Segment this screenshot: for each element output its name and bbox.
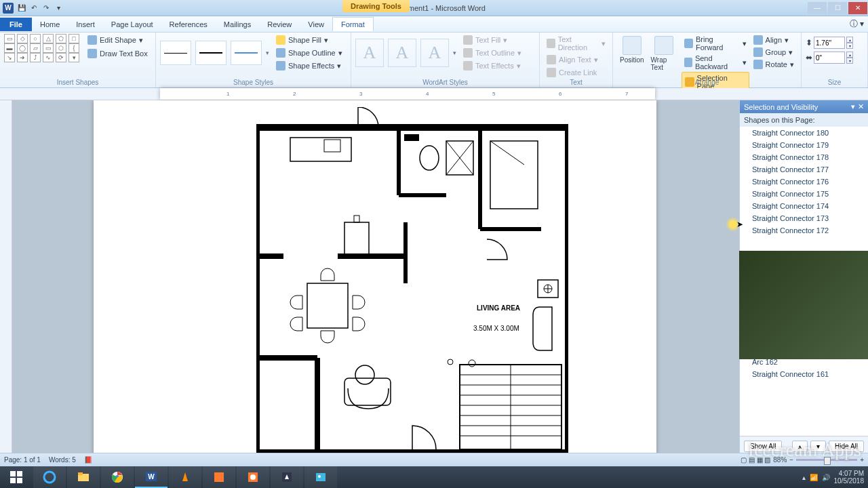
send-backward-button[interactable]: Send Backward ▾: [682, 53, 749, 72]
group-size: ⬍ ▴▾ ⬌ ▴▾ Size: [802, 33, 868, 87]
tray-wifi-icon[interactable]: 📶: [810, 474, 818, 481]
group-wordart-styles: A A A ▾ Text Fill ▾ Text Outline ▾ Text …: [351, 33, 540, 87]
shape-outline-button[interactable]: Shape Outline ▾: [273, 47, 345, 59]
taskbar-chrome[interactable]: [101, 466, 134, 488]
tab-review[interactable]: Review: [259, 18, 300, 31]
shape-effects-button[interactable]: Shape Effects ▾: [273, 60, 345, 72]
start-button[interactable]: [0, 466, 33, 488]
tray-up-icon[interactable]: ▴: [802, 474, 806, 481]
zoom-level[interactable]: 88%: [773, 456, 787, 464]
horizontal-ruler[interactable]: 1 2 3 4 5 6 7: [0, 88, 868, 100]
create-link-button[interactable]: Create Link: [544, 66, 608, 79]
tab-page-layout[interactable]: Page Layout: [103, 18, 161, 31]
edit-shape-button[interactable]: Edit Shape ▾: [85, 34, 151, 46]
list-item[interactable]: Straight Connector 178: [740, 151, 868, 163]
zoom-out-button[interactable]: −: [789, 456, 793, 464]
height-spinner[interactable]: ▴▾: [846, 37, 853, 49]
style-swatch-3[interactable]: [231, 41, 262, 65]
shape-fill-button[interactable]: Shape Fill ▾: [273, 34, 345, 46]
wordart-more-icon[interactable]: ▾: [453, 49, 456, 56]
shape-height-input[interactable]: [814, 37, 845, 49]
pane-close-icon[interactable]: ✕: [858, 102, 864, 111]
text-direction-button[interactable]: Text Direction ▾: [544, 34, 608, 53]
list-item[interactable]: Straight Connector 179: [740, 139, 868, 151]
taskbar-word[interactable]: W: [135, 466, 167, 488]
vertical-ruler[interactable]: [0, 100, 12, 466]
align-text-icon: [547, 55, 556, 64]
shapes-gallery[interactable]: ▭◇○△⬠□ ▬◯▱▭⬡{ ↘➜⤴∿⟳▾: [4, 34, 79, 62]
align-text-button[interactable]: Align Text ▾: [544, 54, 608, 66]
list-item[interactable]: Straight Connector 172: [740, 224, 868, 237]
show-all-button[interactable]: Show All: [744, 441, 782, 452]
save-icon[interactable]: 💾: [16, 3, 27, 14]
bring-forward-button[interactable]: Bring Forward ▾: [682, 34, 749, 53]
text-effects-button[interactable]: Text Effects ▾: [460, 60, 524, 72]
tray-volume-icon[interactable]: 🔊: [822, 474, 830, 481]
zoom-slider[interactable]: [796, 459, 857, 461]
pane-dropdown-icon[interactable]: ▾: [851, 102, 855, 111]
redo-icon[interactable]: ↷: [41, 3, 52, 14]
reorder-down-button[interactable]: ▾: [810, 441, 826, 452]
tab-home[interactable]: Home: [32, 18, 68, 31]
svg-rect-18: [354, 216, 359, 222]
document-area[interactable]: LIVING AREA 3.50M X 3.00M: [12, 100, 739, 466]
list-item[interactable]: Straight Connector 161: [740, 368, 868, 380]
close-button[interactable]: ✕: [848, 2, 867, 14]
file-tab[interactable]: File: [0, 18, 32, 31]
rotate-button[interactable]: Rotate ▾: [751, 58, 797, 70]
height-icon: ⬍: [806, 38, 812, 47]
language-icon[interactable]: 📕: [84, 456, 92, 464]
list-item[interactable]: Straight Connector 176: [740, 176, 868, 188]
zoom-in-button[interactable]: +: [860, 456, 864, 464]
qat-more-icon[interactable]: ▾: [53, 3, 64, 14]
wordart-swatch-1[interactable]: A: [355, 39, 384, 67]
text-fill-button[interactable]: Text Fill ▾: [460, 34, 524, 46]
maximize-button[interactable]: ☐: [828, 2, 847, 14]
taskbar-app-orange2[interactable]: [237, 466, 269, 488]
taskbar-photos[interactable]: [304, 466, 337, 488]
taskbar-ie[interactable]: [33, 466, 66, 488]
tab-references[interactable]: References: [161, 18, 216, 31]
svg-rect-51: [214, 472, 224, 482]
word-count[interactable]: Words: 5: [49, 456, 76, 464]
group-button[interactable]: Group ▾: [751, 46, 797, 58]
room-dim: 3.50M X 3.00M: [473, 325, 519, 332]
page[interactable]: LIVING AREA 3.50M X 3.00M: [94, 100, 656, 466]
cursor-icon: ➤: [736, 220, 743, 229]
hide-all-button[interactable]: Hide All: [829, 441, 864, 452]
shape-width-input[interactable]: [814, 52, 845, 64]
list-item[interactable]: Straight Connector 175: [740, 188, 868, 200]
group-label: Text: [540, 79, 612, 86]
tab-insert[interactable]: Insert: [68, 18, 103, 31]
list-item[interactable]: Straight Connector 177: [740, 163, 868, 176]
svg-rect-41: [10, 478, 16, 483]
width-spinner[interactable]: ▴▾: [846, 52, 853, 64]
backward-icon: [684, 58, 692, 67]
style-swatch-1[interactable]: [160, 41, 191, 65]
taskbar-explorer[interactable]: [67, 466, 100, 488]
wordart-swatch-3[interactable]: A: [420, 39, 449, 67]
text-outline-button[interactable]: Text Outline ▾: [460, 47, 524, 59]
undo-icon[interactable]: ↶: [28, 3, 39, 14]
tab-view[interactable]: View: [300, 18, 332, 31]
system-tray[interactable]: ▴ 📶 🔊 4:07 PM 10/5/2018: [802, 470, 869, 485]
list-item[interactable]: Straight Connector 180: [740, 127, 868, 139]
tab-mailings[interactable]: Mailings: [216, 18, 259, 31]
tab-format[interactable]: Format: [332, 17, 374, 31]
taskbar-app-dark[interactable]: [271, 466, 303, 488]
align-button[interactable]: Align ▾: [751, 34, 797, 46]
style-swatch-2[interactable]: [195, 41, 226, 65]
floor-plan-drawing[interactable]: LIVING AREA 3.50M X 3.00M: [256, 107, 568, 460]
minimize-button[interactable]: —: [808, 2, 827, 14]
view-buttons[interactable]: ▢ ▤ ▦ ▧: [741, 456, 770, 464]
taskbar-vlc[interactable]: [169, 466, 201, 488]
reorder-up-button[interactable]: ▴: [792, 441, 808, 452]
page-indicator[interactable]: Page: 1 of 1: [4, 456, 41, 464]
taskbar-app-orange1[interactable]: [203, 466, 235, 488]
draw-text-box-button[interactable]: Draw Text Box: [85, 47, 151, 60]
styles-more-icon[interactable]: ▾: [266, 49, 269, 56]
list-item[interactable]: Straight Connector 174: [740, 200, 868, 212]
wordart-swatch-2[interactable]: A: [388, 39, 416, 67]
help-icon[interactable]: ⓘ ▾: [850, 18, 864, 30]
list-item[interactable]: Straight Connector 173: [740, 212, 868, 224]
